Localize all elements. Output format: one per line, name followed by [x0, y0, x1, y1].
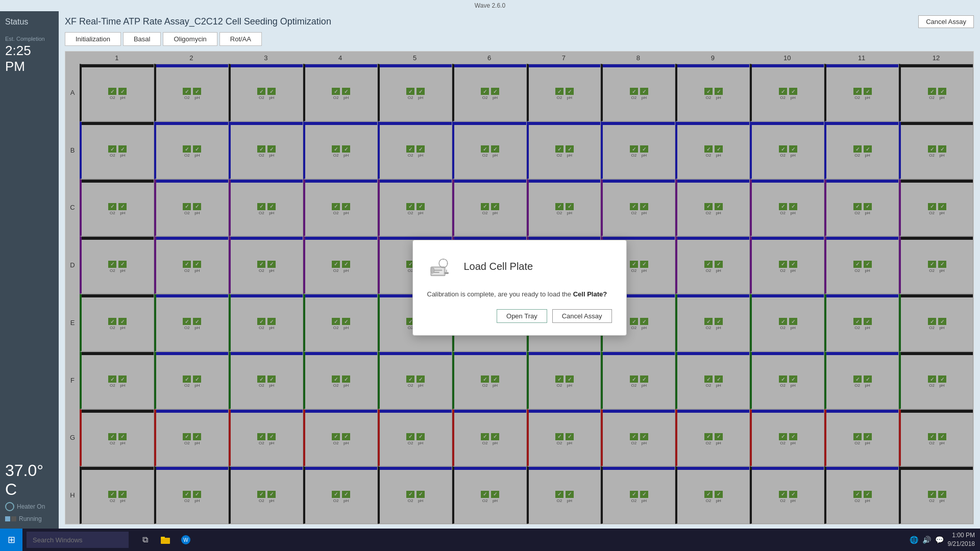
taskbar-search-input[interactable] [27, 532, 129, 548]
svg-rect-2 [433, 269, 442, 270]
dialog-overlay: Load Cell Plate Calibration is complete,… [65, 52, 973, 524]
dialog-box: Load Cell Plate Calibration is complete,… [412, 240, 627, 336]
dialog-body: Calibration is complete, are you ready t… [427, 289, 612, 299]
svg-rect-11 [161, 537, 165, 539]
heater-icon [5, 502, 14, 511]
network-icon[interactable]: 🌐 [910, 536, 918, 544]
file-explorer-button[interactable] [157, 532, 174, 548]
app-icon[interactable]: W [178, 532, 194, 548]
running-icon-left [5, 516, 10, 521]
taskbar-right: 🌐 🔊 💬 1:00 PM 9/21/2018 [910, 531, 980, 548]
status-label: Status [5, 17, 54, 27]
volume-icon[interactable]: 🔊 [922, 536, 931, 544]
dialog-cancel-button[interactable]: Cancel Assay [552, 309, 612, 323]
taskbar-time: 1:00 PM [948, 531, 975, 540]
heater-status: Heater On [5, 502, 54, 511]
phase-buttons: InitializationBasalOligomycinRot/AA [65, 32, 974, 46]
plate-container: 123456789101112AO2pHO2pHO2pHO2pHO2pHO2pH… [65, 51, 974, 524]
main-layout: Status Est. Completion 2:25 PM 37.0° C H… [0, 11, 980, 529]
sidebar: Status Est. Completion 2:25 PM 37.0° C H… [0, 11, 59, 529]
svg-rect-8 [444, 272, 448, 274]
running-status: Running [5, 515, 54, 522]
taskbar-icons: ⧉ W [137, 532, 194, 548]
top-bar: Wave 2.6.0 [0, 0, 980, 11]
phase-btn-rotaa[interactable]: Rot/AA [219, 32, 262, 46]
temperature-display: 37.0° C [5, 461, 54, 499]
dialog-body-bold: Cell Plate? [573, 290, 607, 298]
phase-btn-basal[interactable]: Basal [123, 32, 161, 46]
running-icon-right [11, 516, 16, 521]
dialog-header: Load Cell Plate [427, 253, 612, 281]
dialog-body-text: Calibration is complete, are you ready t… [427, 290, 573, 298]
taskbar-date: 9/21/2018 [948, 540, 975, 548]
phase-btn-oligomycin[interactable]: Oligomycin [163, 32, 217, 46]
open-tray-button[interactable]: Open Tray [497, 309, 547, 323]
completion-time: 2:25 PM [5, 43, 54, 74]
clock: 1:00 PM 9/21/2018 [948, 531, 975, 548]
app-version: Wave 2.6.0 [475, 2, 505, 9]
dialog-buttons: Open Tray Cancel Assay [427, 309, 612, 323]
cancel-assay-button[interactable]: Cancel Assay [918, 15, 974, 28]
content-area: XF Real-Time ATP Rate Assay_C2C12 Cell S… [59, 11, 980, 529]
svg-point-7 [431, 267, 434, 273]
load-plate-icon [427, 253, 456, 281]
dialog-title: Load Cell Plate [464, 261, 533, 272]
svg-rect-3 [433, 272, 439, 273]
page-title-bar: XF Real-Time ATP Rate Assay_C2C12 Cell S… [65, 15, 974, 28]
task-view-button[interactable]: ⧉ [137, 532, 153, 548]
est-completion-label: Est. Completion [5, 36, 54, 42]
page-title: XF Real-Time ATP Rate Assay_C2C12 Cell S… [65, 16, 331, 27]
running-icon [5, 516, 16, 521]
running-label: Running [19, 515, 42, 522]
taskbar: ⊞ ⧉ W 🌐 🔊 💬 1:00 PM 9/21/2018 [0, 529, 980, 551]
heater-label: Heater On [17, 503, 45, 510]
svg-text:W: W [183, 537, 188, 543]
phase-btn-initialization[interactable]: Initialization [65, 32, 121, 46]
action-center-icon[interactable]: 💬 [935, 536, 944, 544]
start-button[interactable]: ⊞ [0, 529, 22, 551]
svg-point-4 [439, 259, 448, 267]
